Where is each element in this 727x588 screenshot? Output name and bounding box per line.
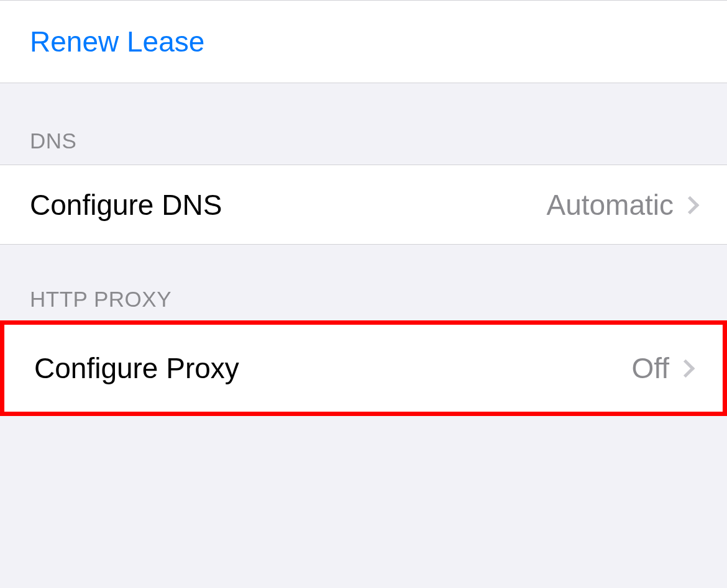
chevron-right-icon — [680, 358, 693, 379]
renew-lease-label: Renew Lease — [30, 25, 204, 58]
configure-dns-right: Automatic — [546, 188, 697, 222]
proxy-section-gap: HTTP PROXY — [0, 245, 727, 323]
configure-dns-value: Automatic — [546, 188, 674, 222]
highlight-annotation: Configure Proxy Off — [0, 320, 727, 416]
configure-proxy-right: Off — [631, 351, 693, 385]
proxy-section-header: HTTP PROXY — [0, 287, 201, 323]
dns-section-header: DNS — [0, 129, 106, 165]
configure-dns-cell[interactable]: Configure DNS Automatic — [0, 165, 727, 245]
configure-proxy-cell[interactable]: Configure Proxy Off — [4, 325, 723, 412]
configure-proxy-label: Configure Proxy — [34, 351, 239, 385]
renew-lease-cell[interactable]: Renew Lease — [0, 0, 727, 83]
chevron-right-icon — [685, 194, 697, 215]
configure-proxy-value: Off — [631, 351, 669, 385]
configure-dns-label: Configure DNS — [30, 188, 222, 222]
dns-section-gap: DNS — [0, 83, 727, 165]
